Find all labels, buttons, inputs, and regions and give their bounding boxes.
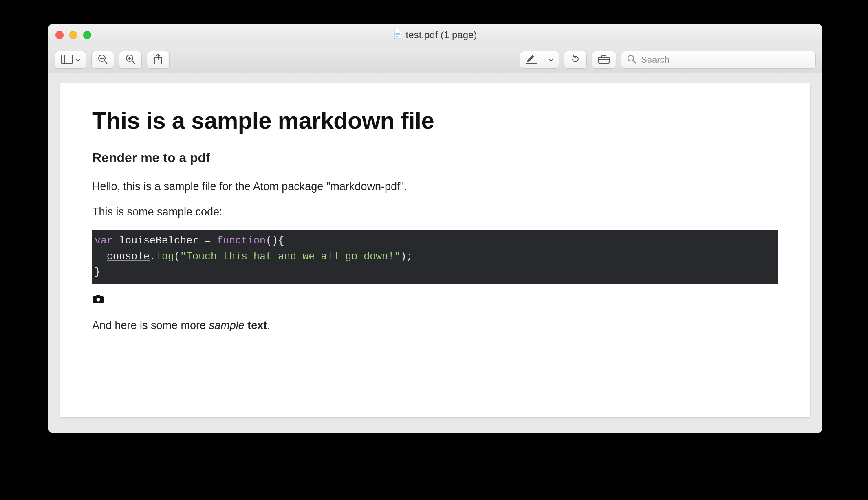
share-button[interactable]	[147, 51, 170, 69]
code-string: "Touch this hat and we all go down!"	[180, 251, 400, 263]
svg-line-18	[633, 60, 636, 63]
svg-line-6	[104, 61, 107, 64]
search-field-wrapper[interactable]	[621, 51, 816, 69]
code-block: var louiseBelcher = function(){ console.…	[92, 230, 778, 284]
fullscreen-button[interactable]	[83, 31, 91, 39]
bold-text: text	[247, 319, 267, 331]
sidebar-view-button[interactable]	[55, 51, 86, 69]
missing-image-placeholder	[92, 294, 104, 306]
zoom-out-icon	[97, 54, 108, 66]
svg-point-19	[97, 298, 100, 302]
share-icon	[154, 53, 163, 66]
zoom-out-button[interactable]	[91, 51, 114, 69]
svg-point-17	[628, 55, 634, 61]
toolbar	[48, 46, 822, 73]
titlebar: test.pdf (1 page)	[48, 24, 822, 46]
window-title-group: test.pdf (1 page)	[394, 29, 477, 42]
rotate-left-icon	[570, 54, 581, 66]
document-icon	[394, 29, 402, 42]
svg-line-9	[132, 61, 135, 64]
chevron-down-icon	[549, 56, 553, 64]
zoom-in-icon	[125, 54, 136, 66]
document-viewport[interactable]: This is a sample markdown file Render me…	[48, 73, 822, 433]
window-title: test.pdf (1 page)	[406, 29, 477, 41]
desktop: test.pdf (1 page)	[0, 0, 868, 500]
search-input[interactable]	[640, 54, 810, 66]
paragraph-2: This is some sample code:	[92, 204, 778, 219]
svg-rect-0	[395, 33, 400, 34]
highlight-menu-button[interactable]	[543, 51, 559, 68]
preview-window: test.pdf (1 page)	[48, 24, 822, 433]
code-console-obj: console	[107, 251, 150, 263]
paragraph-1: Hello, this is a sample file for the Ato…	[92, 179, 778, 194]
code-method: log	[156, 251, 174, 263]
code-kw-var: var	[95, 235, 113, 247]
search-icon	[627, 55, 636, 65]
highlight-segment	[520, 51, 559, 69]
sidebar-icon	[61, 55, 73, 65]
minimize-button[interactable]	[69, 31, 77, 39]
paragraph-3: And here is some more sample text.	[92, 318, 778, 333]
pdf-page: This is a sample markdown file Render me…	[60, 83, 810, 417]
markup-toolbar-button[interactable]	[592, 51, 616, 69]
camera-icon	[93, 293, 104, 306]
italic-text: sample	[209, 319, 245, 331]
page-h1: This is a sample markdown file	[92, 107, 778, 134]
close-button[interactable]	[55, 31, 64, 39]
svg-rect-1	[395, 34, 400, 35]
traffic-lights	[55, 24, 91, 46]
highlight-button[interactable]	[520, 51, 543, 68]
chevron-down-icon	[75, 56, 80, 64]
toolbox-icon	[598, 54, 610, 66]
zoom-in-button[interactable]	[119, 51, 142, 69]
svg-rect-3	[61, 55, 73, 63]
page-h2: Render me to a pdf	[92, 150, 778, 165]
code-var-name: louiseBelcher	[119, 235, 198, 247]
highlighter-icon	[526, 55, 537, 65]
rotate-button[interactable]	[564, 51, 587, 69]
svg-rect-2	[395, 36, 398, 37]
code-kw-function: function	[217, 235, 266, 247]
